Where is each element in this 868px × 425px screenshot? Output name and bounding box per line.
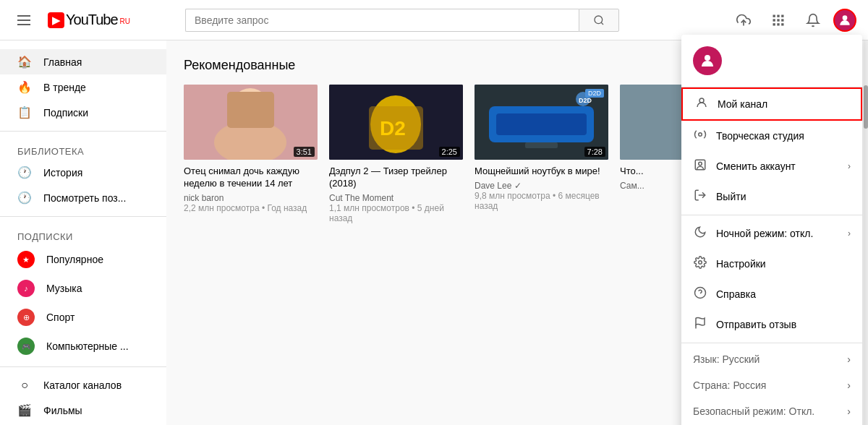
dropdown-item-settings[interactable]: Настройки	[681, 249, 862, 279]
popular-icon: ★	[17, 251, 35, 268]
svg-rect-6	[773, 19, 775, 21]
divider-1	[0, 131, 166, 132]
subscriptions-icon: 📋	[17, 106, 32, 119]
video-info-3: Мощнейший ноутбук в мире! Dave Lee ✓ 9,8…	[475, 166, 608, 211]
scrollbar[interactable]	[864, 0, 868, 425]
dropdown-item-feedback[interactable]: Отправить отзыв	[681, 309, 862, 340]
svg-point-34	[699, 261, 702, 265]
search-button[interactable]	[579, 9, 619, 32]
avatar-button[interactable]	[833, 9, 856, 32]
home-icon: 🏠	[17, 55, 32, 69]
badge-2d: D2D	[585, 89, 604, 98]
video-card-2[interactable]: D2 2:25 Дэдпул 2 — Тизер трейлер (2018) …	[329, 85, 463, 223]
sidebar-item-subscriptions[interactable]: 📋 Подписки	[0, 100, 166, 125]
svg-rect-16	[227, 92, 274, 128]
logo-yt: ▶	[48, 12, 64, 28]
video-card-4[interactable]: Что... Сам...	[620, 85, 685, 223]
country-label: Страна: Россия	[693, 379, 766, 391]
scrollbar-thumb[interactable]	[864, 85, 868, 129]
apps-icon	[771, 13, 786, 27]
settings-icon	[693, 256, 707, 272]
svg-point-28	[705, 55, 710, 61]
svg-text:D2: D2	[380, 117, 406, 139]
logout-icon	[693, 189, 707, 205]
sidebar-item-sport[interactable]: ⊕ Спорт	[0, 303, 166, 332]
sidebar-item-popular[interactable]: ★ Популярное	[0, 245, 166, 274]
dropdown-divider-2	[681, 343, 862, 343]
video-channel-3: Dave Lee ✓	[475, 181, 608, 191]
thumb-img-4	[620, 85, 685, 160]
safe-mode-arrow: ›	[847, 405, 851, 417]
svg-point-32	[699, 162, 702, 166]
switch-account-label: Сменить аккаунт	[716, 160, 839, 172]
menu-button[interactable]	[12, 9, 36, 31]
svg-text:D2D: D2D	[579, 97, 592, 104]
dropdown-item-lang[interactable]: Язык: Русский ›	[681, 346, 862, 372]
video-channel-1: nick baron	[184, 193, 318, 203]
apps-button[interactable]	[764, 6, 793, 35]
sport-icon: ⊕	[17, 309, 35, 326]
switch-account-icon	[693, 158, 707, 174]
person-icon	[694, 96, 709, 112]
sidebar-label-popular: Популярное	[46, 254, 103, 265]
dropdown-item-help[interactable]: Справка	[681, 279, 862, 309]
svg-rect-10	[777, 23, 779, 25]
notifications-button[interactable]	[799, 6, 827, 35]
dropdown-item-logout[interactable]: Выйти	[681, 181, 862, 212]
sidebar-item-watch-later[interactable]: 🕐 Посмотреть поз...	[0, 185, 166, 210]
video-title-3: Мощнейший ноутбук в мире!	[475, 166, 608, 178]
creative-studio-icon	[693, 128, 707, 144]
dropdown-item-safe-mode[interactable]: Безопасный режим: Откл. ›	[681, 398, 862, 424]
svg-rect-4	[777, 14, 779, 17]
sidebar: 🏠 Главная 🔥 В тренде 📋 Подписки БИБЛИОТЕ…	[0, 40, 166, 425]
music-icon: ♪	[17, 280, 35, 297]
upload-button[interactable]	[729, 6, 758, 35]
sidebar-item-history[interactable]: 🕐 История	[0, 160, 166, 185]
sidebar-label-gaming: Компьютерные ...	[46, 340, 129, 352]
upload-icon	[736, 13, 751, 27]
dropdown-item-country[interactable]: Страна: Россия ›	[681, 372, 862, 398]
search-icon	[593, 14, 605, 26]
library-section: БИБЛИОТЕКА	[0, 137, 166, 160]
my-channel-label: Мой канал	[718, 98, 849, 110]
sidebar-item-home[interactable]: 🏠 Главная	[0, 49, 166, 74]
video-thumb-3: D2D D2D 7:28	[475, 85, 608, 160]
dropdown-item-my-channel[interactable]: Мой канал	[681, 87, 862, 121]
header-left: ▶ YouTube RU	[12, 9, 130, 31]
dropdown-item-switch-account[interactable]: Сменить аккаунт ›	[681, 151, 862, 181]
moon-icon	[693, 226, 707, 241]
dropdown-item-night-mode[interactable]: Ночной режим: откл. ›	[681, 218, 862, 249]
user-dropdown: Мой канал Творческая студия Сменить акка…	[681, 35, 862, 425]
video-info-1: Отец снимал дочь каждую неделю в течении…	[184, 166, 318, 213]
sidebar-item-catalog[interactable]: ○ Каталог каналов	[0, 373, 166, 398]
svg-rect-7	[777, 19, 779, 21]
dropdown-item-creative-studio[interactable]: Творческая студия	[681, 121, 862, 151]
feedback-label: Отправить отзыв	[716, 319, 851, 330]
logo[interactable]: ▶ YouTube RU	[48, 12, 130, 28]
night-mode-label: Ночной режим: откл.	[716, 228, 839, 239]
search-input[interactable]	[185, 9, 579, 32]
lang-label: Язык: Русский	[693, 353, 760, 365]
video-channel-2: Cut The Moment	[329, 193, 463, 203]
video-info-2: Дэдпул 2 — Тизер трейлер (2018) Cut The …	[329, 166, 463, 223]
sidebar-item-movies[interactable]: 🎬 Фильмы	[0, 398, 166, 423]
sidebar-label-catalog: Каталог каналов	[43, 379, 122, 391]
video-card-3[interactable]: D2D D2D 7:28 Мощнейший ноутбук в мире! D…	[475, 85, 608, 223]
duration-3: 7:28	[584, 147, 605, 157]
logout-label: Выйти	[716, 191, 851, 202]
svg-point-12	[843, 15, 848, 20]
sidebar-item-music[interactable]: ♪ Музыка	[0, 274, 166, 303]
svg-point-29	[699, 98, 704, 103]
video-thumb-2: D2 2:25	[329, 85, 463, 160]
sidebar-item-gaming[interactable]: 🎮 Компьютерные ...	[0, 332, 166, 361]
sidebar-label-watch-later: Посмотреть поз...	[43, 192, 126, 204]
help-icon	[693, 286, 707, 302]
watch-later-icon: 🕐	[17, 191, 32, 205]
trending-icon: 🔥	[17, 80, 32, 94]
video-card-1[interactable]: 3:51 Отец снимал дочь каждую неделю в те…	[184, 85, 318, 223]
svg-rect-3	[773, 14, 775, 17]
svg-point-0	[595, 16, 603, 24]
duration-2: 2:25	[439, 147, 460, 157]
sidebar-label-subscriptions: Подписки	[43, 107, 88, 119]
sidebar-item-trending[interactable]: 🔥 В тренде	[0, 74, 166, 100]
